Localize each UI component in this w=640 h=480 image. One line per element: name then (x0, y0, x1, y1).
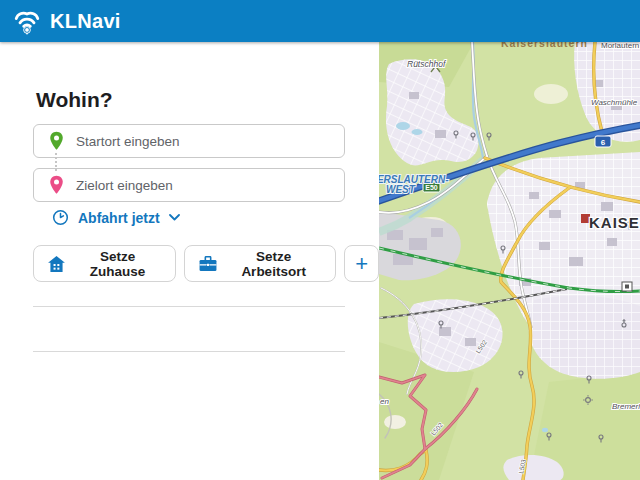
destination-field[interactable] (33, 168, 345, 202)
city-label-big: KAISERSLAUTERN (589, 214, 640, 231)
page-title: Wohin? (36, 88, 113, 112)
set-work-label: Setze Arbeitsort (226, 249, 321, 279)
a6-shield: 6 (595, 136, 611, 147)
set-work-button[interactable]: Setze Arbeitsort (184, 245, 336, 282)
hamlet-label: Waschmühle (591, 98, 638, 107)
search-panel: Wohin? Abfahrt jetzt (0, 42, 379, 480)
wifi-heart-logo-icon (12, 6, 42, 36)
briefcase-icon (199, 256, 217, 272)
suburb-label: Morlautern (601, 42, 639, 50)
station-icon (622, 282, 632, 291)
svg-text:6: 6 (601, 138, 606, 147)
start-location-input[interactable] (76, 134, 344, 149)
clock-icon (52, 209, 69, 226)
destination-pin-icon (49, 175, 64, 195)
junction-label-line2: WEST (386, 184, 416, 195)
city-label-top: Kaiserslautern (501, 42, 588, 49)
map-canvas[interactable]: 6 E50 Kaiserslautern Rütschhof Morlauter… (379, 42, 640, 480)
hamlet-label: Bremerhof (612, 402, 640, 411)
hamlet-label: Rütschhof (407, 59, 447, 69)
divider (33, 306, 345, 307)
start-location-field[interactable] (33, 124, 345, 158)
start-pin-icon (49, 131, 64, 151)
departure-label: Abfahrt jetzt (78, 210, 160, 226)
chevron-down-icon (169, 214, 180, 221)
home-icon (48, 256, 65, 272)
add-shortcut-button[interactable]: + (344, 245, 379, 282)
route-connector-dots (55, 153, 57, 171)
destination-input[interactable] (76, 178, 344, 193)
shortcut-buttons-row: Setze Zuhause Setze Arbeitsort + (33, 245, 379, 282)
departure-time-selector[interactable]: Abfahrt jetzt (52, 209, 180, 226)
set-home-button[interactable]: Setze Zuhause (33, 245, 176, 282)
app-header: KLNavi (0, 0, 640, 42)
partial-place-label: en (380, 397, 389, 406)
divider (33, 351, 345, 352)
app-title: KLNavi (50, 10, 121, 33)
plus-icon: + (355, 251, 368, 277)
map-graphic: 6 E50 Kaiserslautern Rütschhof Morlauter… (379, 42, 640, 480)
set-home-label: Setze Zuhause (74, 249, 161, 279)
